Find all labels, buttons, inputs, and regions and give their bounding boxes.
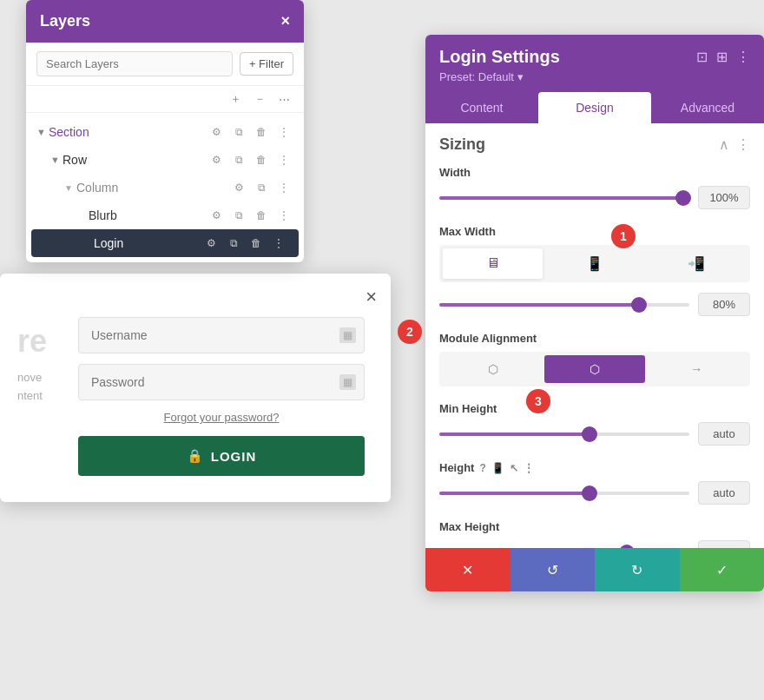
more-vert-icon[interactable]: ⋮: [736, 49, 750, 65]
row-trash-icon[interactable]: 🗑: [252, 150, 271, 169]
toolbar-add-icon[interactable]: ＋: [226, 89, 245, 109]
section-collapse-icon[interactable]: ∧: [719, 136, 729, 153]
height-slider-track[interactable]: [439, 492, 689, 495]
module-alignment-field-label: Module Alignment: [439, 332, 750, 345]
layer-item-section[interactable]: ▼ Section ⚙ ⧉ 🗑 ⋮: [26, 118, 304, 146]
height-slider-thumb[interactable]: [582, 485, 597, 501]
blurb-gear-icon[interactable]: ⚙: [207, 206, 226, 225]
settings-panel: Login Settings ⊡ ⊞ ⋮ Preset: Default ▾ C…: [425, 35, 764, 591]
section-dots-icon[interactable]: ⋮: [736, 136, 750, 153]
username-icon: ▦: [339, 327, 356, 343]
align-right-btn[interactable]: →: [647, 355, 747, 383]
column-gear-icon[interactable]: ⚙: [229, 178, 248, 197]
login-label: Login: [94, 236, 201, 250]
height-help-icon[interactable]: ?: [479, 462, 485, 474]
lock-icon: 🔒: [187, 448, 204, 464]
max-height-field-label: Max Height: [439, 520, 750, 533]
login-gear-icon[interactable]: ⚙: [201, 234, 221, 253]
layer-item-row[interactable]: ▼ Row ⚙ ⧉ 🗑 ⋮: [26, 146, 304, 174]
login-preview-close-button[interactable]: ×: [366, 286, 377, 308]
badge-2: 2: [398, 320, 422, 344]
sizing-section-title: Sizing: [439, 135, 485, 154]
device-mobile-btn[interactable]: 📲: [647, 248, 747, 279]
width-value-box[interactable]: 100%: [698, 186, 750, 209]
tab-advanced[interactable]: Advanced: [651, 92, 764, 123]
section-copy-icon[interactable]: ⧉: [229, 122, 248, 142]
columns-icon[interactable]: ⊞: [716, 49, 728, 65]
blurb-label: Blurb: [89, 208, 207, 222]
login-copy-icon[interactable]: ⧉: [224, 234, 243, 253]
align-center-btn[interactable]: ⬡: [544, 355, 644, 383]
password-icon: ▦: [339, 374, 356, 390]
resize-icon[interactable]: ⊡: [696, 49, 708, 65]
row-arrow-icon: ▼: [50, 155, 63, 165]
section-arrow-icon: ▼: [36, 127, 49, 137]
settings-footer: ✕ ↺ ↻ ✓: [425, 548, 764, 591]
row-gear-icon[interactable]: ⚙: [207, 150, 226, 169]
min-height-slider-thumb[interactable]: [582, 426, 597, 442]
height-value-box[interactable]: auto: [698, 481, 750, 505]
username-input[interactable]: [78, 317, 365, 353]
align-left-btn[interactable]: ⬡: [443, 355, 543, 383]
login-more-icon[interactable]: ⋮: [269, 234, 288, 253]
max-width-value-box[interactable]: 80%: [698, 293, 750, 316]
layers-close-button[interactable]: ×: [280, 12, 290, 30]
blurb-icons: ⚙ ⧉ 🗑 ⋮: [207, 206, 293, 225]
min-height-slider-track[interactable]: [439, 433, 689, 436]
section-gear-icon[interactable]: ⚙: [207, 122, 226, 142]
width-slider-track[interactable]: [439, 196, 689, 200]
max-width-slider-track[interactable]: [439, 303, 689, 307]
section-label: Section: [49, 125, 207, 139]
column-copy-icon[interactable]: ⧉: [252, 178, 271, 197]
save-button[interactable]: ✓: [680, 548, 765, 591]
reset-button[interactable]: ↺: [510, 548, 596, 591]
password-input[interactable]: [78, 364, 365, 400]
toolbar-minus-icon[interactable]: －: [250, 89, 269, 109]
login-icons: ⚙ ⧉ 🗑 ⋮: [201, 234, 288, 253]
blurb-trash-icon[interactable]: 🗑: [252, 206, 271, 225]
layers-title: Layers: [40, 12, 90, 30]
layers-search-row: + Filter: [26, 43, 304, 86]
row-label: Row: [63, 153, 207, 167]
toolbar-more-icon[interactable]: ⋯: [274, 89, 293, 109]
height-device-icon[interactable]: 📱: [491, 462, 504, 474]
row-more-icon[interactable]: ⋮: [274, 150, 293, 169]
max-width-slider-fill: [439, 303, 639, 307]
tab-content[interactable]: Content: [425, 92, 538, 123]
layer-item-login[interactable]: ▶ Login ⚙ ⧉ 🗑 ⋮: [31, 229, 299, 257]
column-more-icon[interactable]: ⋮: [274, 178, 293, 197]
height-more-icon[interactable]: ⋮: [524, 462, 534, 474]
device-desktop-btn[interactable]: 🖥: [443, 248, 543, 279]
layers-filter-button[interactable]: + Filter: [240, 52, 293, 76]
password-field-row: ▦: [78, 364, 365, 400]
forgot-password-link[interactable]: Forgot your password?: [78, 411, 365, 424]
cancel-button[interactable]: ✕: [425, 548, 510, 591]
section-more-icon[interactable]: ⋮: [274, 122, 293, 142]
layers-search-input[interactable]: [36, 51, 233, 76]
row-copy-icon[interactable]: ⧉: [229, 150, 248, 169]
device-tablet-btn[interactable]: 📱: [544, 248, 644, 279]
tab-design[interactable]: Design: [538, 92, 651, 123]
settings-header-row: Login Settings ⊡ ⊞ ⋮: [439, 47, 750, 67]
blurb-copy-icon[interactable]: ⧉: [229, 206, 248, 225]
settings-body: Sizing ∧ ⋮ Width 100% Max Width 🖥 📱 📲: [425, 123, 764, 591]
max-width-slider-thumb[interactable]: [631, 297, 647, 313]
blurb-more-icon[interactable]: ⋮: [274, 206, 293, 225]
settings-title: Login Settings: [439, 47, 560, 67]
width-slider-thumb[interactable]: [675, 190, 691, 206]
login-button[interactable]: 🔒 LOGIN: [78, 436, 365, 476]
height-cursor-icon[interactable]: ↖: [510, 462, 518, 474]
height-slider-fill: [439, 492, 589, 495]
redo-button[interactable]: ↻: [595, 548, 680, 591]
login-btn-label: LOGIN: [211, 449, 257, 464]
login-trash-icon[interactable]: 🗑: [247, 234, 266, 253]
layer-item-blurb[interactable]: ▶ Blurb ⚙ ⧉ 🗑 ⋮: [26, 201, 304, 229]
section-trash-icon[interactable]: 🗑: [252, 122, 271, 142]
layers-toolbar: ＋ － ⋯: [26, 86, 304, 113]
width-slider-row: 100%: [439, 186, 750, 209]
max-width-device-row: 🖥 📱 📲: [439, 245, 750, 282]
min-height-value-box[interactable]: auto: [698, 422, 750, 446]
layer-item-column[interactable]: ▼ Column ⚙ ⧉ ⋮: [26, 174, 304, 201]
settings-preset[interactable]: Preset: Default ▾: [439, 70, 750, 83]
min-height-slider-row: auto: [439, 422, 750, 446]
